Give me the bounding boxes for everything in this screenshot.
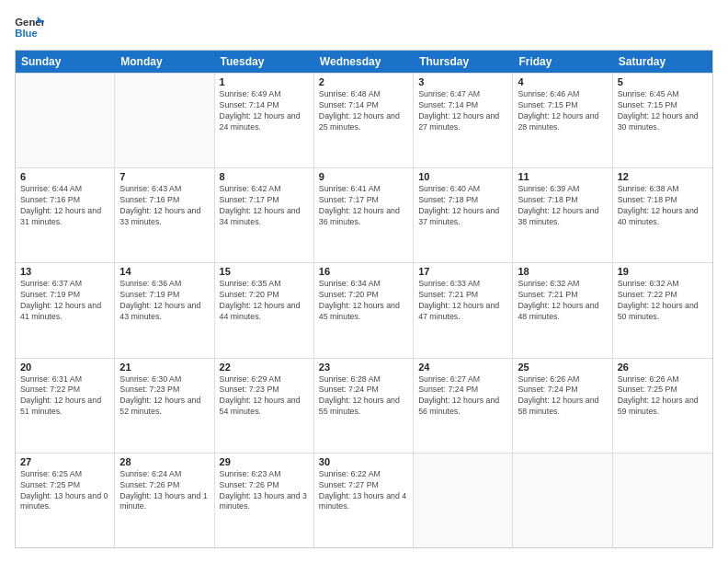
day-info: Sunrise: 6:39 AM Sunset: 7:18 PM Dayligh… [518,184,607,228]
day-info: Sunrise: 6:37 AM Sunset: 7:19 PM Dayligh… [20,279,109,323]
day-number: 24 [418,362,507,373]
day-number: 3 [418,76,507,87]
calendar-cell: 17Sunrise: 6:33 AM Sunset: 7:21 PM Dayli… [414,263,513,357]
calendar-cell [16,74,115,167]
day-info: Sunrise: 6:41 AM Sunset: 7:17 PM Dayligh… [319,184,408,228]
calendar-week-row: 13Sunrise: 6:37 AM Sunset: 7:19 PM Dayli… [16,262,712,357]
day-number: 9 [319,171,408,182]
day-number: 14 [119,266,209,277]
calendar-week-row: 1Sunrise: 6:49 AM Sunset: 7:14 PM Daylig… [16,73,712,167]
calendar-cell [613,454,712,547]
day-info: Sunrise: 6:40 AM Sunset: 7:18 PM Dayligh… [418,184,507,228]
day-number: 7 [119,171,209,182]
calendar-cell: 20Sunrise: 6:31 AM Sunset: 7:22 PM Dayli… [16,359,115,453]
calendar-cell: 8Sunrise: 6:42 AM Sunset: 7:17 PM Daylig… [215,168,314,262]
calendar-cell: 5Sunrise: 6:45 AM Sunset: 7:15 PM Daylig… [613,74,712,167]
day-number: 17 [418,266,507,277]
calendar-cell: 12Sunrise: 6:38 AM Sunset: 7:18 PM Dayli… [613,168,712,262]
calendar-cell: 22Sunrise: 6:29 AM Sunset: 7:23 PM Dayli… [215,359,314,453]
day-number: 6 [20,171,109,182]
weekday-header: Friday [513,51,612,73]
calendar-week-row: 6Sunrise: 6:44 AM Sunset: 7:16 PM Daylig… [16,167,712,262]
calendar-cell: 13Sunrise: 6:37 AM Sunset: 7:19 PM Dayli… [16,263,115,357]
day-info: Sunrise: 6:45 AM Sunset: 7:15 PM Dayligh… [618,89,708,133]
calendar-cell: 3Sunrise: 6:47 AM Sunset: 7:14 PM Daylig… [414,74,513,167]
calendar-cell: 24Sunrise: 6:27 AM Sunset: 7:24 PM Dayli… [414,359,513,453]
day-info: Sunrise: 6:47 AM Sunset: 7:14 PM Dayligh… [418,89,507,133]
calendar-cell: 26Sunrise: 6:26 AM Sunset: 7:25 PM Dayli… [613,359,712,453]
calendar-cell: 14Sunrise: 6:36 AM Sunset: 7:19 PM Dayli… [115,263,214,357]
day-info: Sunrise: 6:31 AM Sunset: 7:22 PM Dayligh… [20,374,109,419]
day-number: 15 [220,266,309,277]
day-number: 30 [319,456,408,467]
calendar-cell: 30Sunrise: 6:22 AM Sunset: 7:27 PM Dayli… [314,454,414,547]
calendar-cell: 4Sunrise: 6:46 AM Sunset: 7:15 PM Daylig… [513,74,612,167]
calendar-cell: 9Sunrise: 6:41 AM Sunset: 7:17 PM Daylig… [314,168,414,262]
calendar-cell: 15Sunrise: 6:35 AM Sunset: 7:20 PM Dayli… [215,263,314,357]
day-info: Sunrise: 6:34 AM Sunset: 7:20 PM Dayligh… [319,279,408,323]
day-number: 22 [220,362,309,373]
weekday-header: Wednesday [314,51,414,73]
weekday-header: Tuesday [215,51,314,73]
calendar: SundayMondayTuesdayWednesdayThursdayFrid… [15,50,713,548]
day-info: Sunrise: 6:23 AM Sunset: 7:26 PM Dayligh… [220,469,309,513]
svg-text:Blue: Blue [15,28,38,39]
calendar-cell [513,454,612,547]
calendar-cell [115,74,214,167]
calendar-week-row: 20Sunrise: 6:31 AM Sunset: 7:22 PM Dayli… [16,358,712,453]
day-number: 8 [220,171,309,182]
weekday-header: Thursday [414,51,513,73]
day-info: Sunrise: 6:43 AM Sunset: 7:16 PM Dayligh… [119,184,209,228]
day-number: 27 [20,456,109,467]
day-number: 10 [418,171,507,182]
calendar-cell: 19Sunrise: 6:32 AM Sunset: 7:22 PM Dayli… [613,263,712,357]
calendar-cell: 11Sunrise: 6:39 AM Sunset: 7:18 PM Dayli… [513,168,612,262]
calendar-cell: 7Sunrise: 6:43 AM Sunset: 7:16 PM Daylig… [115,168,214,262]
day-info: Sunrise: 6:24 AM Sunset: 7:26 PM Dayligh… [119,469,209,513]
page: General Blue SundayMondayTuesdayWednesda… [0,0,728,563]
day-number: 28 [119,456,209,467]
day-number: 5 [618,76,708,87]
day-info: Sunrise: 6:49 AM Sunset: 7:14 PM Dayligh… [220,89,309,133]
calendar-cell: 16Sunrise: 6:34 AM Sunset: 7:20 PM Dayli… [314,263,414,357]
calendar-cell: 2Sunrise: 6:48 AM Sunset: 7:14 PM Daylig… [314,74,414,167]
calendar-cell: 27Sunrise: 6:25 AM Sunset: 7:25 PM Dayli… [16,454,115,547]
calendar-cell: 1Sunrise: 6:49 AM Sunset: 7:14 PM Daylig… [215,74,314,167]
logo: General Blue [15,15,44,40]
calendar-header-row: SundayMondayTuesdayWednesdayThursdayFrid… [16,51,712,73]
logo-icon: General Blue [15,15,44,40]
day-number: 4 [518,76,607,87]
header: General Blue [15,15,713,40]
day-info: Sunrise: 6:42 AM Sunset: 7:17 PM Dayligh… [220,184,309,228]
calendar-cell: 6Sunrise: 6:44 AM Sunset: 7:16 PM Daylig… [16,168,115,262]
weekday-header: Saturday [613,51,712,73]
day-number: 16 [319,266,408,277]
day-info: Sunrise: 6:32 AM Sunset: 7:21 PM Dayligh… [518,279,607,323]
day-info: Sunrise: 6:22 AM Sunset: 7:27 PM Dayligh… [319,469,408,513]
calendar-cell: 18Sunrise: 6:32 AM Sunset: 7:21 PM Dayli… [513,263,612,357]
day-info: Sunrise: 6:35 AM Sunset: 7:20 PM Dayligh… [220,279,309,323]
calendar-week-row: 27Sunrise: 6:25 AM Sunset: 7:25 PM Dayli… [16,453,712,547]
day-info: Sunrise: 6:29 AM Sunset: 7:23 PM Dayligh… [220,374,309,419]
day-info: Sunrise: 6:27 AM Sunset: 7:24 PM Dayligh… [418,374,507,419]
day-number: 13 [20,266,109,277]
calendar-cell: 10Sunrise: 6:40 AM Sunset: 7:18 PM Dayli… [414,168,513,262]
calendar-cell: 23Sunrise: 6:28 AM Sunset: 7:24 PM Dayli… [314,359,414,453]
day-number: 26 [618,362,708,373]
day-info: Sunrise: 6:38 AM Sunset: 7:18 PM Dayligh… [618,184,708,228]
day-info: Sunrise: 6:26 AM Sunset: 7:24 PM Dayligh… [518,374,607,419]
day-number: 18 [518,266,607,277]
weekday-header: Sunday [16,51,115,73]
day-info: Sunrise: 6:46 AM Sunset: 7:15 PM Dayligh… [518,89,607,133]
day-number: 25 [518,362,607,373]
day-info: Sunrise: 6:25 AM Sunset: 7:25 PM Dayligh… [20,469,109,513]
day-number: 21 [119,362,209,373]
calendar-cell: 21Sunrise: 6:30 AM Sunset: 7:23 PM Dayli… [115,359,214,453]
day-number: 23 [319,362,408,373]
calendar-cell: 29Sunrise: 6:23 AM Sunset: 7:26 PM Dayli… [215,454,314,547]
day-info: Sunrise: 6:32 AM Sunset: 7:22 PM Dayligh… [618,279,708,323]
day-number: 12 [618,171,708,182]
calendar-cell: 28Sunrise: 6:24 AM Sunset: 7:26 PM Dayli… [115,454,214,547]
day-number: 2 [319,76,408,87]
day-number: 1 [220,76,309,87]
